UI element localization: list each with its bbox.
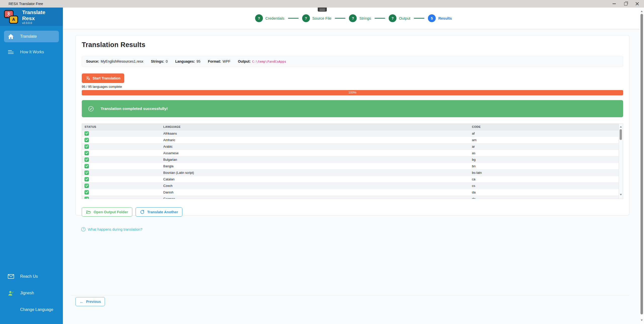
page-scrollbar-thumb[interactable]: [640, 14, 643, 314]
summary-label: Format:: [208, 59, 221, 63]
page-title: Translation Results: [82, 39, 623, 49]
scroll-down-icon[interactable]: [620, 194, 622, 196]
envelope-icon: [8, 274, 14, 279]
translation-summary-bar: Source:MyEnglishResources1.resxStrings:0…: [82, 56, 623, 67]
sidebar-item-translate[interactable]: Translate: [4, 31, 59, 42]
app-name: Translate Resx: [22, 9, 59, 21]
step-badge: ?: [349, 14, 357, 22]
table-row[interactable]: Bulgarianbg: [82, 156, 623, 163]
language-cell: Assamese: [161, 150, 469, 156]
open-output-folder-button[interactable]: Open Output Folder: [82, 207, 132, 217]
column-header-code[interactable]: CODE: [469, 124, 623, 130]
wizard-step-output[interactable]: ?Output: [389, 14, 410, 22]
translate-another-label: Translate Another: [147, 210, 178, 214]
step-connector: [414, 18, 424, 19]
user-icon: [8, 290, 14, 296]
sidebar-item-change-language[interactable]: Change Language: [4, 304, 59, 315]
translate-icon: [86, 76, 90, 80]
column-header-language[interactable]: LANGUAGE: [161, 124, 469, 130]
table-row[interactable]: Catalanca: [82, 176, 623, 183]
main-area: ?Credentials?Source File?Strings?Output5…: [63, 8, 644, 324]
summary-source: Source:MyEnglishResources1.resx: [86, 59, 143, 63]
progress-bar: 100%: [82, 90, 623, 95]
page-scroll-up-icon[interactable]: [641, 10, 643, 12]
logo-yellow-bubble: A: [9, 16, 18, 24]
step-connector: [288, 18, 299, 19]
check-icon: [85, 144, 89, 149]
code-cell: bg: [469, 156, 623, 163]
summary-label: Output:: [238, 59, 251, 63]
wizard-step-credentials[interactable]: ?Credentials: [255, 14, 285, 22]
summary-format: Format:WPF: [208, 59, 230, 63]
translate-another-button[interactable]: Translate Another: [136, 207, 182, 217]
table-row[interactable]: Danishda: [82, 189, 623, 196]
table-scrollbar[interactable]: [619, 124, 623, 199]
footer: ← Previous: [71, 295, 629, 306]
wizard-step-results[interactable]: 5Results: [428, 14, 452, 22]
table-header-row: STATUSLANGUAGECODE: [82, 124, 623, 130]
summary-strings: Strings:0: [151, 59, 168, 63]
wizard-step-source-file[interactable]: ?Source File: [302, 14, 332, 22]
start-translation-label: Start Translation: [93, 76, 120, 80]
step-label: Strings: [359, 16, 371, 20]
drag-handle[interactable]: [318, 8, 327, 12]
code-cell: as: [469, 150, 623, 156]
previous-button-label: Previous: [86, 300, 101, 304]
table-scrollbar-thumb[interactable]: [620, 129, 622, 140]
status-cell: [82, 183, 161, 189]
summary-value: WPF: [223, 59, 230, 63]
summary-languages: Languages:95: [175, 59, 200, 63]
help-link-label: What happens during translation?: [88, 227, 142, 231]
step-badge: ?: [302, 14, 310, 22]
table-body: AfrikaansafAmharicamArabicarAssameseasBu…: [82, 130, 623, 199]
page-scrollbar[interactable]: [640, 8, 644, 324]
check-icon: [85, 164, 89, 168]
start-translation-button[interactable]: Start Translation: [82, 73, 124, 83]
table-row[interactable]: Arabicar: [82, 143, 623, 150]
table-row[interactable]: Banglabn: [82, 163, 623, 170]
progress-percent-label: 100%: [348, 91, 356, 94]
refresh-icon: [140, 210, 145, 214]
table-row[interactable]: Germande: [82, 196, 623, 199]
step-label: Credentials: [265, 16, 285, 20]
question-circle-icon: ?: [81, 227, 86, 232]
summary-value: 95: [196, 59, 200, 63]
language-cell: Arabic: [161, 143, 469, 150]
code-cell: cs: [469, 183, 623, 189]
open-output-folder-label: Open Output Folder: [94, 210, 128, 214]
status-cell: [82, 163, 161, 169]
scroll-up-icon[interactable]: [620, 125, 622, 128]
sidebar-item-jignesh[interactable]: Jignesh: [4, 287, 59, 299]
language-cell: German: [161, 196, 469, 199]
summary-label: Languages:: [175, 59, 195, 63]
table-row[interactable]: Czechcs: [82, 183, 623, 189]
minimize-button[interactable]: [608, 0, 620, 8]
step-badge: ?: [389, 14, 396, 22]
column-header-status[interactable]: STATUS: [82, 124, 161, 130]
wizard-step-strings[interactable]: ?Strings: [349, 14, 371, 22]
close-button[interactable]: [631, 0, 643, 8]
svg-text:?: ?: [83, 228, 84, 231]
titlebar: RESX Translator Free: [0, 0, 644, 8]
page-scroll-down-icon[interactable]: [641, 319, 643, 322]
window-controls: [608, 0, 643, 8]
restore-icon: [624, 2, 627, 6]
table-row[interactable]: Afrikaansaf: [82, 130, 623, 137]
code-cell: da: [469, 189, 623, 195]
check-icon: [85, 171, 89, 175]
status-cell: [82, 156, 161, 163]
summary-output: Output:C:\temp\FandCoApps: [238, 59, 286, 63]
table-row[interactable]: Amharicam: [82, 137, 623, 143]
restore-button[interactable]: [620, 0, 631, 8]
language-cell: Afrikaans: [161, 130, 469, 137]
help-link[interactable]: ? What happens during translation?: [81, 227, 142, 232]
sidebar-item-reach-us[interactable]: Reach Us: [4, 271, 59, 282]
language-cell: Czech: [161, 183, 469, 189]
previous-button[interactable]: ← Previous: [75, 297, 105, 306]
table-row[interactable]: Assameseas: [82, 150, 623, 156]
step-label: Source File: [312, 16, 332, 20]
table-row[interactable]: Bosnian (Latin script)bs-latn: [82, 170, 623, 176]
sidebar-item-how-it-works[interactable]: How It Works: [4, 46, 59, 58]
step-label: Output: [399, 16, 410, 20]
left-arrow-icon: ←: [79, 300, 84, 304]
